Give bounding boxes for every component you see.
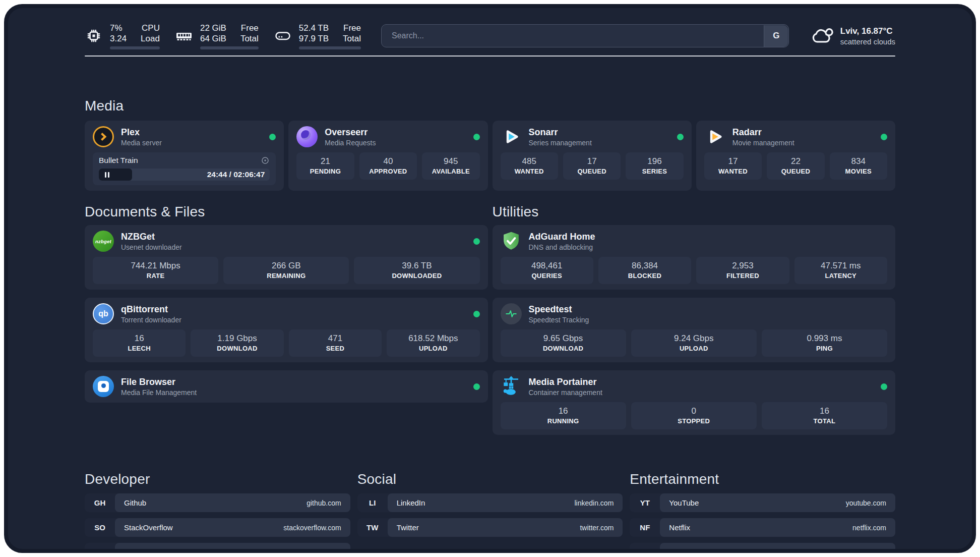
link-name: StackOverflow bbox=[124, 523, 173, 532]
stat-tile: 0.993 ms PING bbox=[762, 329, 887, 357]
stat-tile: 618.52 Mbps UPLOAD bbox=[387, 329, 479, 357]
stat-value: 39.6 TB bbox=[356, 260, 477, 271]
stat-tile: 945 AVAILABLE bbox=[422, 152, 479, 180]
disk-icon bbox=[274, 27, 292, 45]
app-card-plex[interactable]: Plex Media server Bullet Train bbox=[85, 121, 284, 191]
stat-label: QUEUED bbox=[565, 167, 619, 176]
search-input[interactable] bbox=[381, 24, 789, 47]
memory-total-value: 64 GiB bbox=[200, 33, 226, 44]
stat-value: 945 bbox=[424, 156, 477, 166]
app-desc-nzbget: Usenet downloader bbox=[121, 243, 182, 252]
stat-tile: 834 MOVIES bbox=[830, 152, 887, 180]
link-reddit[interactable]: RE Reddit reddit.com bbox=[630, 543, 895, 553]
link-youtube[interactable]: YT YouTube youtube.com bbox=[630, 493, 895, 512]
section-title-documents: Documents & Files bbox=[85, 204, 488, 220]
app-title-filebrowser: File Browser bbox=[121, 376, 197, 387]
search-engine-button[interactable]: G bbox=[764, 25, 788, 47]
stat-tile: 21 PENDING bbox=[296, 152, 354, 180]
disk-progress-bar bbox=[299, 46, 361, 49]
stat-label: DOWNLOAD bbox=[193, 344, 281, 353]
app-card-overseerr[interactable]: Overseerr Media Requests 21 PENDING 40 A… bbox=[288, 121, 487, 191]
plex-icon bbox=[93, 126, 114, 147]
stat-value: 9.65 Gbps bbox=[503, 333, 624, 344]
app-card-radarr[interactable]: Radarr Movie management 17 WANTED 22 QUE… bbox=[696, 121, 895, 191]
stat-value: 16 bbox=[503, 406, 624, 416]
stat-label: DOWNLOADED bbox=[356, 271, 477, 280]
link-abbr: SO bbox=[85, 518, 115, 537]
link-url: stackoverflow.com bbox=[283, 524, 341, 532]
stat-value: 266 GB bbox=[225, 260, 347, 271]
nzbget-icon: nzbget bbox=[93, 231, 114, 252]
speedtest-icon bbox=[501, 303, 522, 324]
link-name: Netflix bbox=[669, 523, 690, 532]
stat-label: PING bbox=[764, 344, 885, 353]
stat-label: WANTED bbox=[503, 167, 556, 176]
stat-label: FILTERED bbox=[698, 271, 787, 280]
app-title-nzbget: NZBGet bbox=[121, 231, 182, 242]
status-online-dot bbox=[677, 134, 684, 140]
sonarr-icon bbox=[501, 126, 522, 147]
link-url: linkedin.com bbox=[575, 499, 614, 507]
link-stackoverflow[interactable]: SO StackOverflow stackoverflow.com bbox=[85, 518, 350, 537]
link-abbr: TW bbox=[357, 518, 388, 537]
stat-tile: 9.65 Gbps DOWNLOAD bbox=[501, 329, 626, 357]
link-netflix[interactable]: NF Netflix netflix.com bbox=[630, 518, 895, 537]
stat-tile: 47.571 ms LATENCY bbox=[794, 257, 887, 284]
link-twitter[interactable]: TW Twitter twitter.com bbox=[357, 518, 623, 537]
link-linkedin[interactable]: LI LinkedIn linkedin.com bbox=[357, 493, 623, 512]
stat-label: REMAINING bbox=[225, 271, 347, 280]
adguard-icon bbox=[501, 231, 522, 252]
link-dev[interactable]: DT DEV dev.to bbox=[85, 543, 350, 553]
playback-progress-bar[interactable]: 24:44 / 02:06:47 bbox=[99, 169, 270, 181]
link-github[interactable]: GH Github github.com bbox=[85, 493, 350, 512]
stat-label: SERIES bbox=[628, 167, 681, 176]
stat-label: PENDING bbox=[298, 167, 352, 176]
stat-label: SEED bbox=[291, 344, 380, 353]
stat-tile: 9.24 Gbps UPLOAD bbox=[631, 329, 757, 357]
link-url: reddit.com bbox=[853, 548, 886, 553]
app-card-adguard[interactable]: AdGuard Home DNS and adblocking 498,461 … bbox=[493, 225, 896, 290]
pause-icon[interactable] bbox=[105, 172, 106, 178]
stat-value: 0.993 ms bbox=[764, 333, 885, 344]
app-card-portainer[interactable]: Media Portainer Container management 16 … bbox=[493, 370, 896, 435]
stat-label: UPLOAD bbox=[389, 344, 477, 353]
memory-free-label: Free bbox=[240, 23, 259, 33]
stat-value: 471 bbox=[291, 333, 380, 344]
app-card-qbittorrent[interactable]: qb qBittorrent Torrent downloader 16 LEE… bbox=[85, 298, 488, 362]
app-card-filebrowser[interactable]: File Browser Media File Management bbox=[85, 370, 488, 403]
app-card-nzbget[interactable]: nzbget NZBGet Usenet downloader 744.21 M… bbox=[85, 225, 488, 290]
stat-tile: 744.21 Mbps RATE bbox=[93, 257, 218, 284]
disc-icon bbox=[261, 156, 270, 165]
link-abbr: DT bbox=[85, 543, 115, 553]
stat-value: 2,953 bbox=[698, 260, 787, 271]
overseerr-icon bbox=[296, 126, 318, 147]
stat-tile: 17 WANTED bbox=[704, 152, 762, 180]
link-name: DEV bbox=[124, 548, 140, 553]
cpu-label: CPU bbox=[141, 23, 160, 33]
stat-label: WANTED bbox=[706, 167, 760, 176]
app-desc-sonarr: Series management bbox=[529, 138, 592, 147]
app-title-overseerr: Overseerr bbox=[325, 127, 376, 138]
section-title-developer: Developer bbox=[85, 471, 350, 487]
stat-value: 834 bbox=[832, 156, 885, 166]
stat-tile: 471 SEED bbox=[289, 329, 382, 357]
app-card-speedtest[interactable]: Speedtest Speedtest Tracking 9.65 Gbps D… bbox=[493, 298, 896, 362]
dashboard: 7% CPU 3.24 Load bbox=[4, 4, 976, 553]
stat-label: APPROVED bbox=[361, 167, 415, 176]
stat-value: 16 bbox=[764, 406, 885, 416]
app-card-sonarr[interactable]: Sonarr Series management 485 WANTED 17 Q… bbox=[493, 121, 692, 191]
memory-stat: 22 GiB Free 64 GiB Total bbox=[175, 23, 259, 49]
stat-label: BLOCKED bbox=[600, 271, 689, 280]
link-name: Twitter bbox=[397, 523, 419, 532]
stat-label: DOWNLOAD bbox=[503, 344, 624, 353]
stat-tile: 2,953 FILTERED bbox=[696, 257, 789, 284]
section-documents: Documents & Files nzbget NZBGet Usenet d… bbox=[85, 204, 488, 443]
disk-stat: 52.4 TB Free 97.9 TB Total bbox=[274, 23, 361, 49]
search-bar: G bbox=[381, 24, 789, 47]
cpu-icon bbox=[85, 27, 103, 45]
playback-played-segment bbox=[99, 169, 132, 181]
top-bar: 7% CPU 3.24 Load bbox=[85, 19, 895, 52]
section-media: Media Plex Media server bbox=[85, 98, 895, 191]
link-url: github.com bbox=[307, 499, 341, 507]
app-desc-speedtest: Speedtest Tracking bbox=[529, 315, 589, 324]
